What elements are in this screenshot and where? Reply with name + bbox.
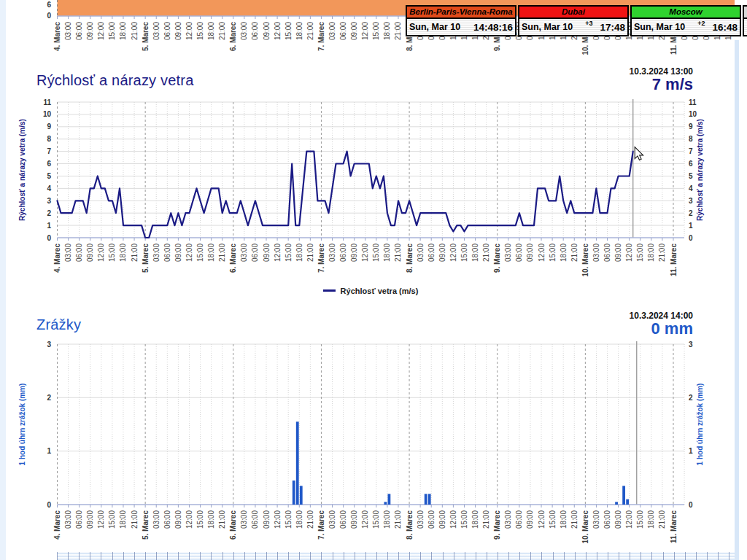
clock-header-moscow: Moscow: [632, 7, 740, 19]
svg-text:1: 1: [689, 222, 693, 230]
svg-text:03:00: 03:00: [504, 510, 512, 529]
svg-text:03:00: 03:00: [328, 244, 336, 262]
wind-legend-line-swatch: [323, 289, 336, 292]
svg-text:03:00: 03:00: [64, 22, 72, 40]
svg-text:03:00: 03:00: [240, 22, 248, 40]
svg-text:03:00: 03:00: [417, 244, 425, 262]
precip-bar: [300, 486, 303, 505]
svg-text:03:00: 03:00: [328, 22, 336, 40]
clock-date-moscow: Sun, Mar 10: [634, 22, 685, 32]
svg-text:3: 3: [47, 341, 51, 349]
precip-chart-plot[interactable]: 001122331 hod úhrn zrážok (mm)1 hod úhrn…: [0, 335, 747, 550]
svg-text:3: 3: [689, 341, 693, 349]
precip-bar: [425, 494, 427, 505]
svg-text:12:00: 12:00: [97, 22, 105, 40]
mouse-cursor-icon: [635, 147, 643, 160]
svg-text:12:00: 12:00: [97, 510, 105, 529]
svg-text:10. Marec: 10. Marec: [581, 510, 589, 544]
svg-text:21:00: 21:00: [658, 510, 666, 529]
svg-text:1: 1: [689, 447, 693, 455]
clock-utc-offset-moscow: +2: [697, 20, 705, 27]
svg-text:0: 0: [47, 234, 51, 242]
svg-text:1 hod úhrn zrážok (mm): 1 hod úhrn zrážok (mm): [696, 384, 704, 466]
svg-text:21:00: 21:00: [218, 244, 226, 262]
wind-chart-title: Rýchlosť a nárazy vetra: [36, 72, 194, 89]
world-clocks: Berlin-Paris-Vienna-Roma Sun, Mar 10 14:…: [406, 5, 747, 36]
svg-text:06:00: 06:00: [339, 510, 347, 529]
svg-text:15:00: 15:00: [285, 244, 293, 262]
precip-bar: [293, 481, 295, 505]
clock-date-berlin: Sun, Mar 10: [409, 22, 460, 32]
clock-time-berlin: 14:48:16: [473, 22, 513, 33]
svg-text:7. Marec: 7. Marec: [317, 510, 325, 540]
svg-text:12:00: 12:00: [185, 510, 193, 529]
svg-text:06:00: 06:00: [339, 22, 347, 40]
svg-text:15:00: 15:00: [372, 244, 380, 262]
svg-text:06:00: 06:00: [75, 22, 83, 40]
svg-text:18:00: 18:00: [471, 244, 479, 262]
svg-text:09:00: 09:00: [350, 22, 358, 40]
svg-text:18:00: 18:00: [647, 510, 655, 529]
svg-text:5. Marec: 5. Marec: [142, 22, 150, 51]
svg-text:18:00: 18:00: [207, 244, 215, 262]
clock-time-dubai: 17:48: [600, 22, 625, 33]
svg-text:18:00: 18:00: [207, 510, 215, 529]
svg-text:09:00: 09:00: [614, 244, 622, 262]
svg-text:21:00: 21:00: [394, 510, 402, 529]
svg-text:6. Marec: 6. Marec: [229, 510, 237, 540]
svg-text:03:00: 03:00: [240, 244, 248, 262]
svg-text:4: 4: [47, 184, 51, 192]
svg-text:5: 5: [47, 172, 51, 180]
svg-text:12:00: 12:00: [361, 244, 369, 262]
svg-text:06:00: 06:00: [515, 510, 523, 529]
wind-legend: Rýchlosť vetra (m/s): [57, 284, 684, 297]
svg-text:7: 7: [47, 147, 51, 155]
svg-text:2: 2: [47, 209, 51, 217]
svg-text:11: 11: [43, 98, 51, 106]
svg-text:03:00: 03:00: [152, 510, 160, 529]
svg-text:03:00: 03:00: [64, 244, 72, 262]
svg-text:15:00: 15:00: [285, 22, 293, 40]
svg-text:1: 1: [47, 447, 51, 455]
svg-text:0: 0: [689, 234, 693, 242]
svg-text:09:00: 09:00: [263, 244, 271, 262]
svg-text:15:00: 15:00: [108, 22, 116, 40]
svg-text:6: 6: [47, 160, 51, 168]
clock-panel-partial: [743, 5, 747, 36]
svg-text:03:00: 03:00: [64, 510, 72, 529]
svg-text:03:00: 03:00: [417, 510, 425, 529]
svg-text:18:00: 18:00: [295, 22, 303, 40]
svg-text:21:00: 21:00: [570, 244, 578, 262]
wind-chart-plot[interactable]: 0011223344556677889910101111Rýchlosť a n…: [0, 95, 747, 296]
svg-text:18:00: 18:00: [560, 510, 568, 529]
svg-text:1: 1: [47, 222, 51, 230]
svg-text:15:00: 15:00: [372, 22, 380, 40]
svg-text:Rýchlosť a nárazy vetra (m/s): Rýchlosť a nárazy vetra (m/s): [696, 119, 704, 221]
svg-text:09:00: 09:00: [438, 510, 446, 529]
clock-panel-berlin: Berlin-Paris-Vienna-Roma Sun, Mar 10 14:…: [406, 5, 516, 36]
precip-bar: [388, 494, 391, 505]
svg-text:4. Marec: 4. Marec: [53, 510, 61, 540]
svg-text:06:00: 06:00: [251, 22, 259, 40]
svg-text:12:00: 12:00: [274, 22, 282, 40]
svg-text:06:00: 06:00: [603, 244, 611, 262]
svg-text:6. Marec: 6. Marec: [229, 22, 237, 51]
svg-text:12:00: 12:00: [97, 244, 105, 262]
svg-text:21:00: 21:00: [394, 244, 402, 262]
svg-text:21:00: 21:00: [394, 22, 402, 40]
svg-text:4. Marec: 4. Marec: [53, 244, 61, 273]
svg-text:21:00: 21:00: [218, 22, 226, 40]
svg-text:09:00: 09:00: [86, 510, 94, 529]
precip-bar: [622, 486, 625, 505]
svg-text:21:00: 21:00: [131, 510, 139, 529]
svg-text:9: 9: [47, 122, 51, 131]
svg-text:12:00: 12:00: [361, 22, 369, 40]
next-chart-top-edge: [57, 552, 735, 560]
svg-text:09:00: 09:00: [350, 510, 358, 529]
svg-text:2: 2: [689, 209, 693, 217]
svg-text:8. Marec: 8. Marec: [406, 244, 414, 273]
svg-text:18:00: 18:00: [471, 510, 479, 529]
svg-text:9. Marec: 9. Marec: [493, 244, 501, 273]
svg-text:18:00: 18:00: [207, 22, 215, 40]
svg-text:12:00: 12:00: [449, 510, 457, 529]
